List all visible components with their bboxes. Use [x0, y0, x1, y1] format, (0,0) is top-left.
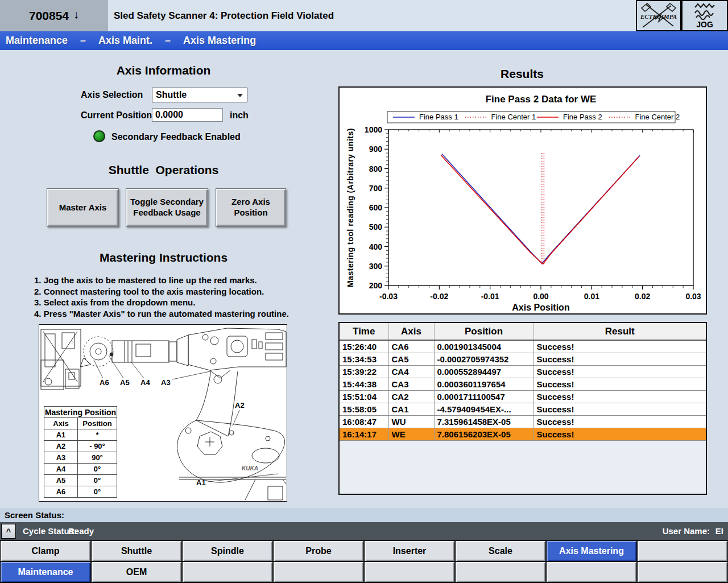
secondary-feedback-label: Secondary Feedback Enabled: [111, 132, 241, 142]
svg-text:0.02: 0.02: [635, 292, 650, 301]
breadcrumb-item-axis-maint[interactable]: Axis Maint.: [98, 35, 152, 47]
results-col-time: Time: [340, 323, 388, 340]
mastering-instructions-list: 1. Jog the axis to be mastered to line u…: [34, 275, 289, 319]
menu-button-maintenance[interactable]: Maintenance: [1, 562, 90, 582]
jog-button[interactable]: JOG: [681, 0, 728, 31]
alarm-dropdown-arrow-icon[interactable]: ↓: [73, 8, 79, 21]
brand-logo: ECTROIMPA: [636, 0, 681, 31]
mp-col-axis: Axis: [44, 418, 78, 429]
callout-a3: A3: [161, 378, 171, 387]
menu-button-axis-mastering[interactable]: Axis Mastering: [547, 541, 636, 561]
instruction-step: 2. Connect mastering tool to the axis ma…: [34, 286, 289, 297]
svg-text:500: 500: [369, 222, 383, 231]
mastering-position-table: Mastering Position Axis Position A1*A2- …: [44, 406, 117, 498]
results-col-axis: Axis: [388, 323, 434, 340]
breadcrumb-item-maintenance[interactable]: Maintenance: [6, 35, 68, 47]
svg-text:Fine Pass 2 Data for WE: Fine Pass 2 Data for WE: [486, 94, 597, 105]
callout-a2: A2: [235, 401, 245, 410]
chevron-up-icon: ^: [6, 527, 11, 536]
menu-button-inserter[interactable]: Inserter: [365, 541, 454, 561]
svg-text:Axis Position: Axis Position: [512, 303, 569, 312]
softkey-menu: ClampShuttleSpindleProbeInserterScaleAxi…: [0, 540, 728, 583]
result-row[interactable]: 15:51:04CA20.0001711100547Success!: [340, 391, 706, 403]
svg-text:-0.02: -0.02: [430, 292, 448, 301]
callout-a5: A5: [120, 378, 130, 387]
svg-text:900: 900: [369, 144, 383, 154]
mp-col-position: Position: [78, 418, 117, 429]
menu-button-probe[interactable]: Probe: [274, 541, 363, 561]
mastering-position-row: A60°: [44, 486, 117, 498]
jog-label: JOG: [696, 20, 713, 28]
menu-button-empty: [456, 562, 545, 582]
callout-a6: A6: [100, 378, 109, 387]
menu-button-empty: [547, 562, 636, 582]
menu-button-empty: [365, 562, 454, 582]
menu-button-empty: [183, 562, 272, 582]
svg-text:200: 200: [369, 281, 383, 290]
crossed-tools-icon: ECTROIMPA: [638, 2, 679, 30]
menu-button-empty: [638, 541, 727, 561]
result-row[interactable]: 15:34:53CA5-0.0002705974352Success!: [340, 353, 706, 366]
svg-text:0.03: 0.03: [685, 292, 701, 301]
mastering-position-row: A390°: [44, 452, 117, 464]
current-position-label: Current Position: [81, 110, 152, 121]
svg-text:1000: 1000: [365, 125, 382, 134]
axis-information-title: Axis Information: [34, 64, 293, 77]
results-chart: Fine Pass 2 Data for WEFine Pass 1Fine C…: [338, 86, 707, 315]
menu-button-scale[interactable]: Scale: [456, 541, 545, 561]
breadcrumb-item-axis-mastering[interactable]: Axis Mastering: [183, 35, 256, 47]
svg-text:300: 300: [369, 262, 383, 271]
zero-axis-position-button[interactable]: Zero Axis Position: [216, 188, 286, 227]
cycle-status-value: Ready: [68, 526, 94, 536]
instruction-step: 3. Select axis from the dropdown menu.: [34, 297, 289, 308]
screen-status-bar: Screen Status:: [0, 508, 728, 522]
breadcrumb: Maintenance – Axis Maint. – Axis Masteri…: [0, 31, 728, 50]
alarm-message: Sled Safety Scanner 4: Protection Field …: [114, 0, 334, 31]
brand-logo-text: ECTROIMPA: [640, 13, 677, 20]
alarm-bar: 700854 ↓ Sled Safety Scanner 4: Protecti…: [0, 0, 728, 31]
chevron-down-icon: [237, 94, 243, 97]
result-row[interactable]: 15:26:40CA60.001901345004Success!: [340, 340, 706, 353]
result-row[interactable]: 16:08:47WU7.315961458EX-05Success!: [340, 416, 706, 428]
menu-button-shuttle[interactable]: Shuttle: [92, 541, 181, 561]
breadcrumb-separator: –: [165, 35, 171, 47]
axis-selection-value: Shuttle: [156, 90, 187, 100]
current-position-unit: inch: [230, 110, 249, 121]
result-row[interactable]: 16:14:17WE7.806156203EX-05Success!: [340, 428, 706, 441]
robot-brand-text: KUKA: [242, 465, 258, 472]
mastering-position-row: A50°: [44, 475, 117, 486]
user-name-value: EI: [715, 526, 723, 536]
mastering-position-row: A2- 90°: [44, 441, 117, 452]
result-row[interactable]: 15:39:22CA40.000552894497Success!: [340, 366, 706, 378]
alarm-number-box[interactable]: 700854 ↓: [0, 0, 108, 31]
menu-button-oem[interactable]: OEM: [92, 562, 181, 582]
toggle-secondary-feedback-button[interactable]: Toggle Secondary Feedback Usage: [126, 188, 208, 227]
chart-svg: Fine Pass 2 Data for WEFine Pass 1Fine C…: [340, 88, 706, 313]
mastering-position-row: A40°: [44, 464, 117, 475]
result-row[interactable]: 15:44:38CA30.0003601197654Success!: [340, 378, 706, 391]
menu-button-clamp[interactable]: Clamp: [1, 541, 90, 561]
results-table-box: TimeAxisPositionResult 15:26:40CA60.0019…: [338, 322, 707, 495]
callout-a4: A4: [140, 378, 150, 387]
mastering-instructions-title: Mastering Instructions: [23, 251, 304, 264]
result-row[interactable]: 15:58:05CA1-4.579409454EX-...Success!: [340, 403, 706, 416]
menu-button-empty: [638, 562, 727, 582]
secondary-feedback-led-icon: [93, 130, 105, 142]
collapse-button[interactable]: ^: [1, 524, 16, 539]
svg-text:400: 400: [369, 242, 383, 251]
menu-button-spindle[interactable]: Spindle: [183, 541, 272, 561]
mastering-position-table-title: Mastering Position: [44, 407, 117, 418]
menu-button-empty: [274, 562, 363, 582]
mastering-position-row: A1*: [44, 429, 117, 441]
axis-selection-label: Axis Selection: [81, 90, 143, 100]
svg-text:Fine Center 1: Fine Center 1: [491, 113, 536, 121]
instruction-step: 1. Jog the axis to be mastered to line u…: [34, 275, 289, 286]
results-col-position: Position: [434, 323, 533, 340]
user-name-label: User Name:: [663, 526, 710, 536]
axis-selection-dropdown[interactable]: Shuttle: [152, 88, 247, 102]
current-position-input[interactable]: [152, 108, 223, 122]
svg-text:-0.03: -0.03: [379, 292, 398, 301]
master-axis-button[interactable]: Master Axis: [47, 188, 119, 227]
instruction-step: 4. Press "Master Axis" to run the automa…: [34, 308, 289, 320]
results-title: Results: [364, 67, 680, 81]
